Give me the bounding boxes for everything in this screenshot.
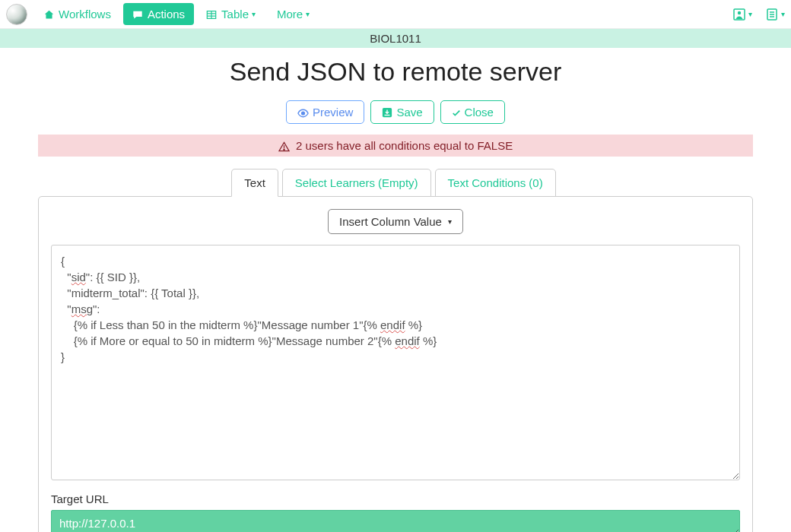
tab-select-learners[interactable]: Select Learners (Empty) [282, 169, 431, 197]
chevron-down-icon: ▾ [448, 217, 452, 226]
preview-button[interactable]: Preview [286, 100, 364, 124]
nav-more[interactable]: More ▾ [268, 3, 319, 25]
svg-point-10 [302, 112, 305, 115]
project-name: BIOL1011 [370, 32, 421, 45]
target-url-label: Target URL [51, 492, 740, 505]
check-icon [452, 106, 461, 118]
close-button[interactable]: Close [440, 100, 505, 124]
docs-menu[interactable]: ▾ [766, 8, 785, 21]
close-label: Close [465, 106, 494, 119]
nav-workflows[interactable]: Workflows [35, 3, 120, 25]
table-icon [206, 8, 217, 20]
editor-panel: Insert Column Value ▾ { "sid": {{ SID }}… [38, 196, 753, 532]
user-menu[interactable]: ▾ [733, 8, 752, 21]
save-download-icon [382, 106, 392, 119]
eye-icon [297, 106, 309, 118]
chevron-down-icon: ▾ [748, 10, 752, 18]
warning-icon [278, 139, 293, 152]
save-label: Save [396, 106, 422, 119]
nav-table-label: Table [221, 8, 249, 21]
save-button[interactable]: Save [370, 100, 434, 124]
alert-text: 2 users have all conditions equal to FAL… [296, 139, 513, 152]
page-title: Send JSON to remote server [0, 57, 791, 87]
json-template-editor[interactable]: { "sid": {{ SID }}, "midterm_total": {{ … [51, 245, 740, 480]
nav-actions-label: Actions [148, 8, 185, 21]
preview-label: Preview [313, 106, 353, 119]
project-bar: BIOL1011 [0, 29, 791, 48]
action-button-row: Preview Save Close [0, 100, 791, 124]
chevron-down-icon: ▾ [252, 10, 256, 18]
insert-column-button[interactable]: Insert Column Value ▾ [328, 209, 463, 234]
nav-more-label: More [277, 8, 303, 21]
insert-row: Insert Column Value ▾ [51, 209, 740, 234]
chevron-down-icon: ▾ [306, 10, 310, 18]
comment-icon [132, 8, 143, 20]
tabs-row: Text Select Learners (Empty) Text Condit… [0, 169, 791, 197]
user-square-icon [733, 8, 745, 21]
home-icon [44, 8, 54, 20]
nav-workflows-label: Workflows [59, 8, 111, 21]
warning-alert: 2 users have all conditions equal to FAL… [38, 135, 753, 157]
chevron-down-icon: ▾ [781, 10, 785, 18]
nav-actions[interactable]: Actions [123, 3, 194, 25]
navbar-right: ▾ ▾ [720, 8, 785, 21]
tab-text[interactable]: Text [231, 169, 278, 197]
svg-point-5 [738, 11, 741, 14]
nav-table[interactable]: Table ▾ [197, 3, 265, 25]
insert-column-label: Insert Column Value [339, 215, 442, 228]
tab-text-conditions[interactable]: Text Conditions (0) [435, 169, 556, 197]
document-icon [766, 8, 778, 21]
svg-point-14 [284, 149, 284, 150]
app-logo[interactable] [6, 4, 27, 25]
target-url-input[interactable] [51, 510, 740, 532]
top-navbar: Workflows Actions Table ▾ More ▾ ▾ ▾ [0, 0, 791, 29]
